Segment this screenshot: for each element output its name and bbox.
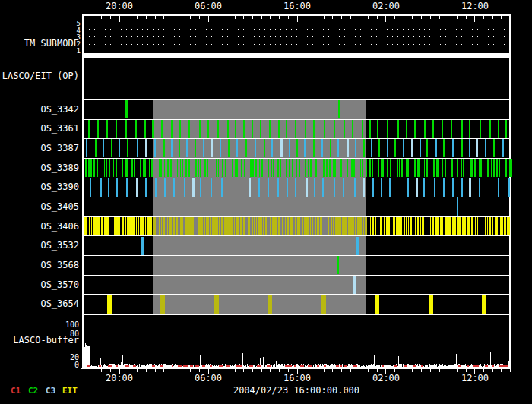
event-tick <box>387 159 388 177</box>
event-tick <box>293 217 294 235</box>
event-tick <box>152 120 154 138</box>
bottom-axis-tick <box>128 369 128 372</box>
event-tick <box>454 159 455 177</box>
top-axis-tick <box>252 16 253 19</box>
event-tick <box>457 197 458 216</box>
event-tick <box>167 159 169 177</box>
event-tick <box>337 139 339 157</box>
event-tick <box>227 120 229 138</box>
event-tick <box>159 159 160 177</box>
bottom-axis-label: 16:00 <box>280 373 314 383</box>
top-axis-tick <box>128 16 128 19</box>
event-tick <box>125 217 126 235</box>
event-tick <box>163 139 165 157</box>
event-tick <box>171 139 173 157</box>
event-tick <box>505 159 507 177</box>
event-tick <box>474 159 476 177</box>
event-tick <box>89 217 90 235</box>
event-tick <box>468 217 470 235</box>
event-tick <box>136 178 138 197</box>
event-tick <box>356 237 359 255</box>
c1-activity-mark <box>160 365 163 366</box>
top-axis-tick <box>101 16 102 19</box>
event-tick <box>245 139 247 157</box>
bottom-axis-tick <box>199 369 200 372</box>
top-axis-tick <box>385 16 386 22</box>
bottom-axis-tick <box>252 369 253 372</box>
event-tick <box>126 178 128 197</box>
event-tick <box>220 139 221 157</box>
row-separator <box>84 138 510 139</box>
event-tick <box>438 217 439 235</box>
row-separator <box>84 255 510 256</box>
top-axis-label: 06:00 <box>192 1 225 11</box>
event-tick <box>429 295 433 314</box>
bottom-axis-tick <box>243 369 244 372</box>
event-tick <box>389 178 391 197</box>
event-tick <box>328 217 330 235</box>
event-tick <box>288 217 290 235</box>
legend-c2: C2 <box>28 387 38 396</box>
event-tick <box>378 139 380 157</box>
event-tick <box>404 217 405 235</box>
event-tick <box>452 217 454 235</box>
event-tick <box>254 217 255 235</box>
event-tick <box>131 217 133 235</box>
event-tick <box>372 178 374 197</box>
c1-activity-mark <box>353 365 356 366</box>
event-tick <box>356 217 357 235</box>
c1-activity-mark <box>421 365 423 366</box>
c1-activity-mark <box>458 365 461 366</box>
event-tick <box>443 178 445 197</box>
event-tick <box>140 159 141 177</box>
bottom-axis-tick <box>439 369 440 372</box>
c1-activity-mark <box>236 365 239 366</box>
event-tick <box>445 217 446 235</box>
event-tick <box>117 217 119 235</box>
event-tick <box>495 217 496 235</box>
event-tick <box>214 159 215 177</box>
event-tick <box>424 159 426 177</box>
event-tick <box>334 159 336 177</box>
event-tick <box>451 120 452 138</box>
c1-activity-mark <box>195 365 199 366</box>
event-tick <box>116 178 118 197</box>
event-tick <box>448 217 450 235</box>
event-tick <box>321 217 323 235</box>
event-tick <box>163 217 165 235</box>
buffer-ytick-100: 100 <box>0 321 79 329</box>
event-tick <box>114 217 116 235</box>
event-tick <box>326 159 328 177</box>
event-tick <box>342 217 344 235</box>
bottom-axis-tick <box>110 369 111 372</box>
event-tick <box>451 217 452 235</box>
event-tick <box>271 139 273 157</box>
event-tick <box>169 217 171 235</box>
event-tick <box>106 159 107 177</box>
event-tick <box>207 159 209 177</box>
plot-canvas <box>0 0 532 404</box>
event-tick <box>188 120 190 138</box>
event-tick <box>411 139 413 157</box>
event-tick <box>477 217 478 235</box>
event-tick <box>256 217 258 235</box>
event-tick <box>134 159 135 177</box>
event-tick <box>449 217 451 235</box>
c1-activity-mark <box>485 365 489 366</box>
event-tick <box>206 217 207 235</box>
event-tick <box>452 139 454 157</box>
top-axis-line <box>82 14 511 16</box>
legend-c3: C3 <box>46 387 55 396</box>
top-axis-tick <box>324 16 325 19</box>
event-tick <box>363 178 365 197</box>
event-tick <box>380 217 382 235</box>
event-tick <box>116 159 118 177</box>
top-axis-tick <box>510 16 511 19</box>
event-tick <box>214 295 219 314</box>
event-tick <box>432 120 434 138</box>
c1-activity-mark <box>116 365 118 366</box>
event-tick <box>125 120 127 138</box>
event-tick <box>436 159 438 177</box>
event-tick <box>147 217 149 235</box>
bottom-axis-tick <box>226 369 226 372</box>
